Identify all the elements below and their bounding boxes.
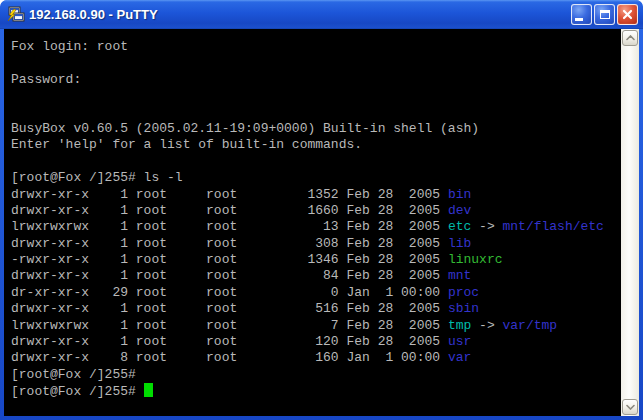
titlebar[interactable]: 192.168.0.90 - PuTTY xyxy=(0,0,643,29)
chevron-up-icon xyxy=(626,35,635,41)
terminal-line: drwxr-xr-x 1 root root 120 Feb 28 2005 u… xyxy=(11,334,621,350)
terminal-line xyxy=(11,154,621,170)
maximize-icon xyxy=(600,10,610,19)
terminal-line: [root@Fox /]255# ls -l xyxy=(11,170,621,186)
scroll-up-button[interactable] xyxy=(622,30,638,46)
terminal-line: [root@Fox /]255# xyxy=(11,383,621,399)
terminal-line: drwxr-xr-x 8 root root 160 Jan 1 00:00 v… xyxy=(11,350,621,366)
minimize-button[interactable] xyxy=(571,4,592,25)
terminal-line: [root@Fox /]255# xyxy=(11,367,621,383)
terminal-line xyxy=(11,105,621,121)
terminal-line xyxy=(11,55,621,71)
terminal-line: lrwxrwxrwx 1 root root 7 Feb 28 2005 tmp… xyxy=(11,318,621,334)
window-controls xyxy=(571,4,638,25)
minimize-icon xyxy=(575,18,583,21)
terminal-line: drwxr-xr-x 1 root root 1352 Feb 28 2005 … xyxy=(11,187,621,203)
terminal-line xyxy=(11,88,621,104)
close-icon xyxy=(622,9,633,20)
terminal-line: Fox login: root xyxy=(11,39,621,55)
putty-app-icon xyxy=(7,6,25,24)
maximize-button[interactable] xyxy=(594,4,615,25)
chevron-down-icon xyxy=(626,404,635,410)
scrollbar[interactable] xyxy=(621,29,639,416)
terminal-line: dr-xr-xr-x 29 root root 0 Jan 1 00:00 pr… xyxy=(11,285,621,301)
terminal-line: BusyBox v0.60.5 (2005.02.11-19:09+0000) … xyxy=(11,121,621,137)
close-button[interactable] xyxy=(617,4,638,25)
terminal-line: drwxr-xr-x 1 root root 1660 Feb 28 2005 … xyxy=(11,203,621,219)
terminal-line: -rwxr-xr-x 1 root root 1346 Feb 28 2005 … xyxy=(11,252,621,268)
terminal-cursor xyxy=(144,383,153,397)
window-title: 192.168.0.90 - PuTTY xyxy=(29,7,571,22)
terminal-line: lrwxrwxrwx 1 root root 13 Feb 28 2005 et… xyxy=(11,219,621,235)
terminal-line: Password: xyxy=(11,72,621,88)
putty-window: 192.168.0.90 - PuTTY Fox login: rootPass… xyxy=(0,0,643,420)
terminal-line: drwxr-xr-x 1 root root 308 Feb 28 2005 l… xyxy=(11,236,621,252)
terminal-client-area: Fox login: rootPassword:BusyBox v0.60.5 … xyxy=(4,29,639,416)
terminal-line: drwxr-xr-x 1 root root 516 Feb 28 2005 s… xyxy=(11,301,621,317)
terminal-line: drwxr-xr-x 1 root root 84 Feb 28 2005 mn… xyxy=(11,268,621,284)
terminal-output[interactable]: Fox login: rootPassword:BusyBox v0.60.5 … xyxy=(4,29,621,416)
scroll-down-button[interactable] xyxy=(622,399,638,415)
terminal-line: Enter 'help' for a list of built-in comm… xyxy=(11,137,621,153)
